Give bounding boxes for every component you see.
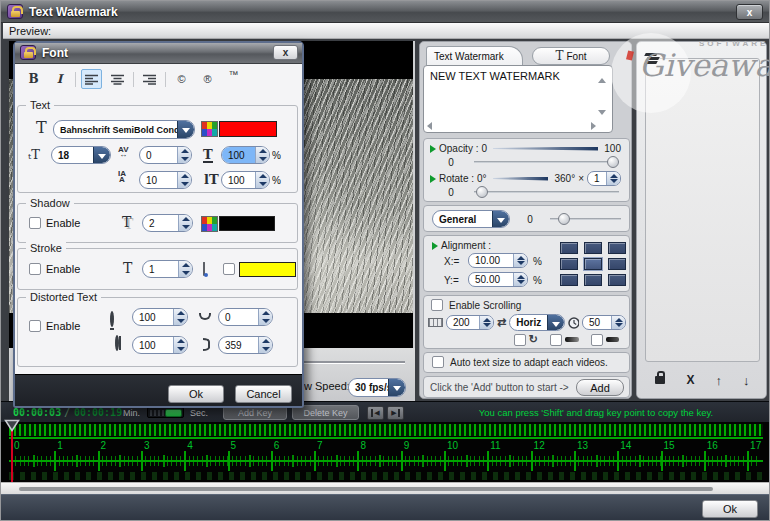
distort-v-spinner[interactable]: 100 (132, 336, 188, 354)
spinner-arrows-icon[interactable] (178, 261, 192, 277)
align-right-button[interactable] (139, 69, 160, 89)
preview-speed-select[interactable]: 30 fps/s (348, 378, 406, 397)
bucket-icon[interactable] (203, 262, 205, 276)
h-scale-spinner[interactable]: 100 (221, 146, 270, 164)
rotate-slider-handle[interactable] (476, 186, 488, 198)
auto-size-checkbox[interactable] (432, 356, 444, 368)
registered-button[interactable]: ® (197, 69, 218, 89)
watermark-text-input[interactable]: NEW TEXT WATERMARK (430, 70, 560, 82)
next-key-button[interactable]: ▶ (387, 406, 404, 420)
prev-key-button[interactable]: ◀ (367, 406, 384, 420)
stroke-width-spinner[interactable]: 1 (142, 260, 193, 278)
spinner-arrows-icon[interactable] (606, 172, 620, 185)
scroll-length-spinner[interactable]: 200 (446, 315, 494, 330)
toggle-knob[interactable] (165, 409, 182, 417)
scroll-right-icon[interactable] (591, 122, 596, 130)
shadow-enable-checkbox[interactable] (29, 217, 41, 229)
font-button[interactable]: TFont (532, 47, 610, 65)
letter-spacing-spinner[interactable]: 0 (139, 146, 192, 164)
stroke-enable-checkbox[interactable] (29, 263, 41, 275)
spinner-arrows-icon[interactable] (177, 147, 191, 163)
dropdown-arrow-icon[interactable] (547, 315, 564, 330)
scroll-down-icon[interactable] (598, 110, 606, 115)
italic-button[interactable]: I (49, 69, 70, 89)
font-size-select[interactable]: 18 (51, 146, 111, 164)
time-unit-toggle[interactable] (147, 407, 184, 418)
font-dialog-close-button[interactable]: x (273, 45, 298, 60)
align-cell-bottom[interactable] (584, 274, 602, 286)
move-up-button[interactable]: ↑ (715, 373, 722, 388)
align-left-button[interactable] (81, 69, 102, 89)
align-cell-top-right[interactable] (608, 242, 626, 254)
spinner-arrows-icon[interactable] (258, 309, 272, 325)
shadow-size-spinner[interactable]: 2 (142, 214, 193, 232)
bold-button[interactable]: B (23, 69, 44, 89)
shadow-color-swatch[interactable] (219, 216, 275, 231)
line-spacing-spinner[interactable]: 10 (139, 171, 192, 189)
watermark-list[interactable] (645, 58, 760, 362)
spinner-arrows-icon[interactable] (258, 337, 272, 353)
text-color-swatch[interactable] (219, 121, 277, 137)
timeline[interactable]: 01234567891011121314151617 (1, 422, 770, 482)
alignment-x-spinner[interactable]: 10.00 (468, 253, 528, 268)
fade-out-checkbox[interactable] (591, 334, 603, 346)
stroke-color-swatch[interactable] (239, 262, 296, 277)
align-cell-bottom-left[interactable] (560, 274, 578, 286)
align-cell-top-left[interactable] (560, 242, 578, 254)
add-button[interactable]: Add (576, 379, 624, 396)
distort-h-spinner[interactable]: 100 (132, 308, 188, 326)
align-cell-bottom-right[interactable] (608, 274, 626, 286)
spinner-arrows-icon[interactable] (611, 316, 625, 329)
delete-item-button[interactable]: X (686, 373, 694, 387)
enable-scrolling-checkbox[interactable] (431, 299, 443, 311)
loop-checkbox[interactable] (514, 334, 526, 346)
align-cell-top[interactable] (584, 242, 602, 254)
scrollbar-thumb[interactable] (19, 487, 713, 491)
horizontal-scrollbar[interactable] (1, 482, 770, 494)
dropdown-arrow-icon[interactable] (492, 211, 509, 227)
align-center-button[interactable] (107, 69, 128, 89)
spinner-arrows-icon[interactable] (178, 215, 192, 231)
spinner-arrows-icon[interactable] (177, 172, 191, 188)
general-select[interactable]: General (432, 210, 510, 228)
palette-icon[interactable] (201, 216, 218, 232)
spinner-arrows-icon[interactable] (255, 147, 269, 163)
general-slider-handle[interactable] (558, 213, 570, 225)
copyright-button[interactable]: © (171, 69, 192, 89)
stroke-color-checkbox[interactable] (223, 263, 235, 275)
dropdown-arrow-icon[interactable] (388, 379, 405, 396)
scroll-left-icon[interactable] (427, 122, 432, 130)
opacity-slider-handle[interactable] (607, 156, 619, 168)
v-scale-spinner[interactable]: 100 (221, 171, 270, 189)
arc-start-spinner[interactable]: 0 (218, 308, 273, 326)
ok-button[interactable]: Ok (168, 385, 224, 403)
palette-icon[interactable] (201, 121, 218, 137)
scroll-speed-spinner[interactable]: 50 (582, 315, 626, 330)
scroll-up-icon[interactable] (598, 78, 606, 83)
rotate-multiplier-spinner[interactable]: 1 (587, 171, 621, 186)
distorted-enable-checkbox[interactable] (29, 320, 41, 332)
opacity-slider[interactable] (474, 156, 619, 169)
cancel-button[interactable]: Cancel (235, 385, 292, 403)
spinner-arrows-icon[interactable] (513, 254, 527, 267)
fade-in-checkbox[interactable] (550, 334, 562, 346)
rotate-slider[interactable] (474, 186, 619, 199)
tab-text-watermark[interactable]: Text Watermark (426, 46, 523, 66)
lock-item-button[interactable] (655, 374, 665, 386)
window-ok-button[interactable]: Ok (702, 500, 758, 518)
align-cell-right[interactable] (608, 258, 626, 270)
trademark-button[interactable]: ™ (223, 69, 244, 89)
dropdown-arrow-icon[interactable] (177, 121, 194, 138)
spinner-arrows-icon[interactable] (173, 309, 187, 325)
font-family-select[interactable]: Bahnschrift SemiBold Cond (53, 120, 195, 139)
alignment-y-spinner[interactable]: 50.00 (468, 272, 528, 287)
spinner-arrows-icon[interactable] (513, 273, 527, 286)
dropdown-arrow-icon[interactable] (93, 147, 110, 163)
move-down-button[interactable]: ↓ (743, 373, 750, 388)
general-slider[interactable] (550, 213, 621, 226)
playhead[interactable] (4, 419, 20, 432)
align-cell-left[interactable] (560, 258, 578, 270)
align-cell-center[interactable] (584, 258, 602, 270)
direction-select[interactable]: Horiz (509, 314, 565, 331)
close-button[interactable]: x (736, 4, 763, 20)
